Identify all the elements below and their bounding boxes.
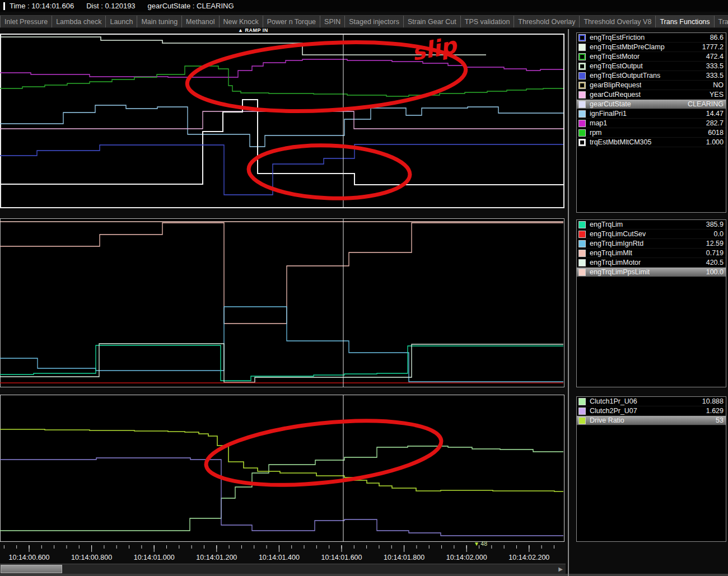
legend-row-engtrqestoutput[interactable]: engTrqEstOutput333.5 xyxy=(577,62,726,71)
horizontal-scrollbar[interactable]: ▶ xyxy=(0,564,566,574)
legend-panel-top: engTrqEstFriction86.6engTrqEstMbtPreClam… xyxy=(576,32,726,213)
legend-row-rpm[interactable]: rpm6018 xyxy=(577,128,726,138)
time-axis-label: 10:14:01.200 xyxy=(196,554,237,561)
legend-row-engtrqestmotor[interactable]: engTrqEstMotor472.4 xyxy=(577,52,726,62)
legend-row-map1[interactable]: map1282.7 xyxy=(577,119,726,128)
channel-value: NO xyxy=(713,81,724,89)
chart-panel-trans-functions-top[interactable]: slip xyxy=(0,34,564,208)
chart-canvas-top[interactable]: slip xyxy=(0,34,564,208)
channel-swatch xyxy=(578,269,586,276)
legend-row-engtrqlimignrtd[interactable]: engTrqLimIgnRtd12.59 xyxy=(577,239,726,249)
legend-row-gearcutstate[interactable]: gearCutStateCLEARING xyxy=(577,100,726,109)
legend-row-engtrqlimmlt[interactable]: engTrqLimMlt0.719 xyxy=(577,249,726,258)
trace-Clutch1Pr_U06 xyxy=(0,446,563,531)
legend-row-drive-ratio[interactable]: Drive Ratio53 xyxy=(577,416,726,425)
tab-spin[interactable]: SPIN xyxy=(320,16,345,27)
legend-row-trqestmbtmltcm305[interactable]: trqEstMbtMltCM3051.000 xyxy=(577,138,726,147)
legend-row-clutch2pr-u07[interactable]: Clutch2Pr_U071.629 xyxy=(577,406,726,416)
channel-value: 1.000 xyxy=(706,138,724,146)
tab-threshold-overlay[interactable]: Threshold Overlay xyxy=(514,16,580,27)
channel-label: engTrqLimMlt xyxy=(590,249,632,257)
trace-engTrqLim xyxy=(0,345,563,381)
channel-value: CLEARING xyxy=(688,100,724,108)
channel-value: 86.6 xyxy=(710,34,724,41)
legend-row-gearbliprequest[interactable]: gearBlipRequestNO xyxy=(577,81,726,90)
time-axis-label: 10:14:01.400 xyxy=(259,554,300,561)
legend-row-engtrqestoutputtrans[interactable]: engTrqEstOutputTrans333.5 xyxy=(577,71,726,81)
channel-value: 333.5 xyxy=(706,62,724,70)
tab-trans-shift[interactable]: Trans shift xyxy=(715,16,728,27)
time-axis-label: 10:14:02.000 xyxy=(446,554,487,561)
channel-value: 10.888 xyxy=(702,397,724,405)
channel-label: engTrqLimIgnRtd xyxy=(590,240,643,247)
tab-trans-functions[interactable]: Trans Functions xyxy=(656,16,714,27)
channel-label: engTrqEstMbtPreClamp xyxy=(590,43,665,51)
channel-value: 385.9 xyxy=(706,221,724,228)
channel-swatch xyxy=(578,259,586,266)
ramp-in-marker[interactable]: ▲ RAMP IN xyxy=(238,27,268,33)
channel-swatch xyxy=(578,398,586,405)
channel-swatch xyxy=(578,139,586,146)
channel-label: engTrqEstMotor xyxy=(590,53,640,60)
legend-row-clutch1pr-u06[interactable]: Clutch1Pr_U0610.888 xyxy=(577,397,726,406)
scrollbar-thumb[interactable] xyxy=(1,565,62,573)
channel-swatch xyxy=(578,240,586,247)
legend-row-gearcutrequest[interactable]: gearCutRequestYES xyxy=(577,90,726,100)
chart-canvas-middle[interactable] xyxy=(0,218,564,387)
tab-main-tuning[interactable]: Main tuning xyxy=(137,16,182,27)
tab-tps-validation[interactable]: TPS validation xyxy=(461,16,515,27)
channel-label: map1 xyxy=(590,119,607,127)
tab-methanol[interactable]: Methanol xyxy=(182,16,219,27)
tab-threshold-overlay-v8[interactable]: Threshold Overlay V8 xyxy=(580,16,656,27)
legend-row-engtrqlim[interactable]: engTrqLim385.9 xyxy=(577,220,726,230)
tab-strain-gear-cut[interactable]: Strain Gear Cut xyxy=(404,16,461,27)
legend-row-engtrqestmbtpreclamp[interactable]: engTrqEstMbtPreClamp1777.2 xyxy=(577,43,726,52)
channel-value: 100.0 xyxy=(706,268,724,276)
channel-value: 1777.2 xyxy=(702,43,724,51)
channel-swatch xyxy=(578,221,586,228)
legend-row-engtrqlimppslimit[interactable]: engTrqLimPpsLimit100.0 xyxy=(577,268,726,277)
legend-row-engtrqlimmotor[interactable]: engTrqLimMotor420.5 xyxy=(577,258,726,268)
channel-value: 53 xyxy=(716,416,724,424)
time-axis: 10:14:00.60010:14:00.80010:14:01.00010:1… xyxy=(0,544,569,563)
channel-swatch xyxy=(578,231,586,238)
channel-label: engTrqEstOutput xyxy=(590,62,643,70)
channel-swatch xyxy=(578,417,586,424)
trace-rpm xyxy=(0,66,563,96)
channel-swatch xyxy=(578,408,586,415)
chart-canvas-bottom[interactable] xyxy=(0,395,564,542)
tab-launch[interactable]: Launch xyxy=(106,16,137,27)
statusbar-accent xyxy=(3,2,5,10)
tab-staged-injectors[interactable]: Staged injectors xyxy=(345,16,404,27)
time-axis-label: 10:14:01.000 xyxy=(134,554,175,561)
tab-inlet-pressure[interactable]: Inlet Pressure xyxy=(0,16,52,27)
dist-readout: Dist : 0.120193 xyxy=(86,2,135,10)
channel-swatch xyxy=(578,82,586,89)
trace-Clutch2Pr_U07 xyxy=(0,458,563,536)
channel-value: 12.59 xyxy=(706,240,724,247)
legend-row-engtrqestfriction[interactable]: engTrqEstFriction86.6 xyxy=(577,33,726,43)
tab-power-n-torque[interactable]: Power n Torque xyxy=(263,16,320,27)
column-divider[interactable] xyxy=(568,29,569,576)
gear-marker[interactable]: ▼48 xyxy=(474,541,488,547)
legend-row-ignfinalpri1[interactable]: ignFinalPri114.47 xyxy=(577,109,726,119)
channel-label: Clutch2Pr_U07 xyxy=(590,407,637,415)
channel-value: 14.47 xyxy=(706,110,724,118)
channel-label: ignFinalPri1 xyxy=(590,110,627,118)
trace-engTrqEstOutputTrans xyxy=(0,144,563,195)
trace-engTrqLimMlt xyxy=(0,223,563,324)
time-axis-label: 10:14:00.800 xyxy=(71,554,112,561)
gear-marker-value: 48 xyxy=(480,541,487,547)
trace-DriveRatio xyxy=(0,429,563,491)
scrollbar-right-arrow-icon[interactable]: ▶ xyxy=(557,565,564,573)
trace-map1 xyxy=(0,59,563,77)
tab-new-knock[interactable]: New Knock xyxy=(220,16,263,27)
channel-swatch xyxy=(578,110,586,118)
trace-engTrqLimMotor xyxy=(0,344,563,382)
legend-row-engtrqlimcutsev[interactable]: engTrqLimCutSev0.0 xyxy=(577,230,726,239)
chart-panel-clutch[interactable] xyxy=(0,395,564,542)
channel-label: engTrqEstOutputTrans xyxy=(590,72,660,79)
chart-panel-torque-limits[interactable] xyxy=(0,218,564,387)
legend-panel-middle: engTrqLim385.9engTrqLimCutSev0.0engTrqLi… xyxy=(576,219,726,387)
tab-lambda-check[interactable]: Lambda check xyxy=(52,16,106,27)
